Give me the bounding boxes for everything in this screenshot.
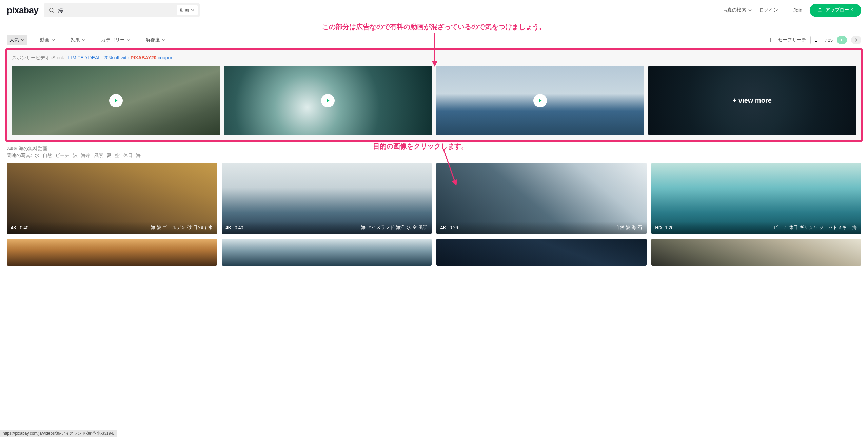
video-card[interactable] <box>651 239 862 266</box>
video-card[interactable] <box>222 239 432 266</box>
video-card[interactable] <box>7 239 217 266</box>
resolution-badge: 4K <box>226 225 232 230</box>
sponsor-block: スポンサービデオ iStock - LIMITED DEAL: 20% off … <box>5 48 863 142</box>
duration: 0:40 <box>235 225 243 230</box>
keyword-link[interactable]: 風景 <box>94 153 103 158</box>
resolution-badge: HD <box>655 225 662 230</box>
resolution-badge: 4K <box>440 225 446 230</box>
divider <box>786 6 786 14</box>
results-header: 2489 海の無料動画 関連の写真: 水 自然 ビーチ 波 海岸 風景 夏 空 … <box>0 142 868 159</box>
top-nav: pixabay 動画 写真の検索 ログイン Join <box>0 0 868 20</box>
chevron-down-icon <box>82 38 85 42</box>
page-prev-button[interactable] <box>837 36 847 44</box>
filter-video[interactable]: 動画 <box>37 35 58 45</box>
keyword-link[interactable]: 波 <box>73 153 78 158</box>
keyword-link[interactable]: 夏 <box>107 153 112 158</box>
video-card[interactable]: 4K 0:40 海 波 ゴールデン 砂 日の出 水 <box>7 163 217 234</box>
filter-category[interactable]: カテゴリー <box>98 35 133 45</box>
page-total: / 25 <box>825 38 833 43</box>
keyword-link[interactable]: 空 <box>115 153 120 158</box>
sponsor-title: スポンサービデオ iStock - LIMITED DEAL: 20% off … <box>12 55 856 61</box>
video-meta: HD 1:20 ビーチ 休日 ギリシャ ジェットスキー 海 <box>651 222 862 234</box>
duration: 1:20 <box>665 225 673 230</box>
keyword-link[interactable]: 海岸 <box>81 153 91 158</box>
page-input[interactable] <box>810 36 821 44</box>
play-icon <box>321 94 335 107</box>
page-next-button[interactable] <box>851 36 861 44</box>
join-link[interactable]: Join <box>793 7 802 13</box>
result-row <box>0 234 868 266</box>
keyword-link[interactable]: 水 <box>35 153 39 158</box>
safesearch-toggle[interactable]: セーフサーチ <box>770 37 806 43</box>
search-icon <box>48 7 55 13</box>
filter-resolution[interactable]: 解像度 <box>143 35 168 45</box>
sponsor-video-3[interactable] <box>436 66 644 135</box>
annotation-ad-warning: この部分は広告なので有料の動画が混ざっているので気をつけましょう。 <box>0 20 868 33</box>
play-icon <box>109 94 123 107</box>
video-card[interactable]: HD 1:20 ビーチ 休日 ギリシャ ジェットスキー 海 <box>651 163 862 234</box>
sponsor-video-1[interactable] <box>12 66 220 135</box>
logo[interactable]: pixabay <box>7 5 38 16</box>
annotation-click-target: 目的の画像をクリックします。 <box>373 142 468 151</box>
resolution-badge: 4K <box>11 225 17 230</box>
upload-label: アップロード <box>825 7 854 13</box>
result-row: 4K 0:40 海 波 ゴールデン 砂 日の出 水 4K 0:40 海 アイスラ… <box>0 159 868 234</box>
duration: 0:29 <box>450 225 458 230</box>
explore-dropdown[interactable]: 写真の検索 <box>723 7 752 13</box>
upload-icon <box>817 7 823 14</box>
chevron-down-icon <box>162 38 165 42</box>
keyword-link[interactable]: 海 <box>136 153 141 158</box>
search-type-dropdown[interactable]: 動画 <box>177 5 198 15</box>
sponsor-view-more[interactable]: + view more <box>648 66 856 135</box>
filter-sort[interactable]: 人気 <box>7 35 27 45</box>
video-tags: 自然 波 海 石 <box>615 224 643 231</box>
video-tags: 海 波 ゴールデン 砂 日の出 水 <box>151 224 213 231</box>
search-input[interactable] <box>58 7 177 13</box>
video-card[interactable] <box>436 239 647 266</box>
explore-label: 写真の検索 <box>723 7 746 13</box>
svg-line-1 <box>53 11 54 12</box>
play-icon <box>533 94 547 107</box>
chevron-down-icon <box>52 38 55 42</box>
video-tags: ビーチ 休日 ギリシャ ジェットスキー 海 <box>774 224 857 231</box>
chevron-down-icon <box>127 38 130 42</box>
view-more-label: + view more <box>733 97 772 104</box>
chevron-down-icon <box>191 8 194 12</box>
duration: 0:40 <box>20 225 28 230</box>
upload-button[interactable]: アップロード <box>810 4 861 17</box>
search-bar[interactable]: 動画 <box>44 3 200 17</box>
video-meta: 4K 0:29 自然 波 海 石 <box>436 222 647 234</box>
filter-effect[interactable]: 効果 <box>68 35 88 45</box>
related-keywords: 関連の写真: 水 自然 ビーチ 波 海岸 風景 夏 空 休日 海 <box>7 153 861 159</box>
video-card[interactable]: 4K 0:29 自然 波 海 石 <box>436 163 647 234</box>
keyword-link[interactable]: 休日 <box>123 153 133 158</box>
video-card[interactable]: 4K 0:40 海 アイスランド 海洋 水 空 風景 <box>222 163 432 234</box>
sponsor-video-2[interactable] <box>224 66 432 135</box>
safesearch-label: セーフサーチ <box>778 37 806 43</box>
chevron-down-icon <box>21 38 24 42</box>
keyword-link[interactable]: ビーチ <box>55 153 70 158</box>
video-meta: 4K 0:40 海 波 ゴールデン 砂 日の出 水 <box>7 222 217 234</box>
search-type-label: 動画 <box>180 7 189 13</box>
right-nav: 写真の検索 ログイン Join アップロード <box>723 4 861 17</box>
pager: セーフサーチ / 25 <box>770 36 861 44</box>
chevron-down-icon <box>748 8 752 12</box>
svg-point-0 <box>50 8 53 12</box>
video-tags: 海 アイスランド 海洋 水 空 風景 <box>361 224 428 231</box>
login-link[interactable]: ログイン <box>759 7 778 13</box>
checkbox-icon <box>770 38 775 42</box>
video-meta: 4K 0:40 海 アイスランド 海洋 水 空 風景 <box>222 222 432 234</box>
filter-bar: 人気 動画 効果 カテゴリー 解像度 セーフサーチ / 25 <box>0 33 868 48</box>
keyword-link[interactable]: 自然 <box>43 153 52 158</box>
